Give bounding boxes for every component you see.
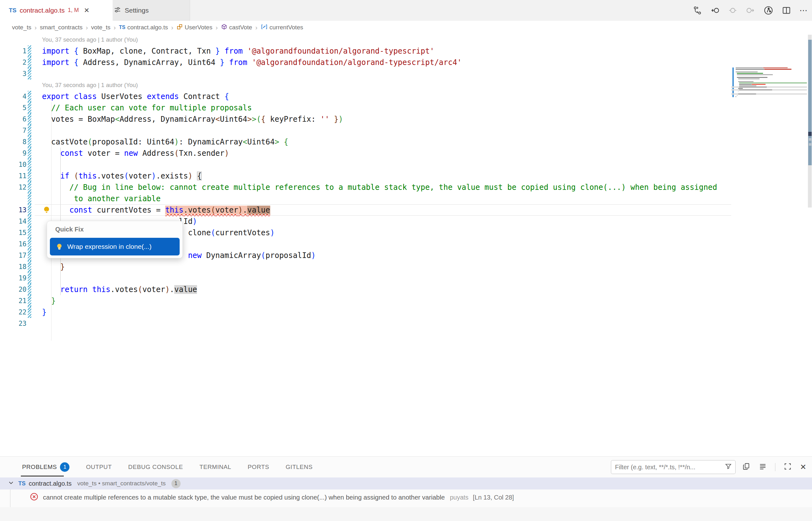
gutter-modified-indicator bbox=[28, 193, 31, 204]
funnel-filter-icon[interactable] bbox=[725, 463, 732, 472]
tab-problems[interactable]: PROBLEMS 1 bbox=[22, 462, 69, 472]
typescript-icon: TS bbox=[9, 7, 16, 14]
line-number: 9 bbox=[6, 148, 26, 159]
code-line[interactable]: 3 bbox=[0, 68, 731, 80]
breadcrumb-method[interactable]: castVote bbox=[221, 24, 252, 31]
problems-error-row[interactable]: cannot create multiple references to a m… bbox=[0, 490, 812, 505]
scrollbar-thumb[interactable] bbox=[808, 40, 812, 165]
tab-ports[interactable]: PORTS bbox=[248, 463, 269, 471]
line-number: 5 bbox=[6, 102, 26, 114]
filter-input[interactable] bbox=[611, 463, 725, 471]
copy-icon[interactable] bbox=[742, 462, 750, 472]
code-line[interactable]: 21 } bbox=[0, 295, 731, 307]
code-line[interactable]: 19 bbox=[0, 272, 731, 284]
gutter-modified-indicator bbox=[28, 114, 31, 125]
code-line[interactable]: 12 // Bug in line below: cannot create m… bbox=[0, 182, 731, 193]
code-line[interactable]: 4export class UserVotes extends Contract… bbox=[0, 91, 731, 102]
code-line[interactable]: 9 const voter = new Address(Txn.sender) bbox=[0, 148, 731, 159]
chevron-right-icon: › bbox=[255, 24, 258, 31]
tab-terminal[interactable]: TERMINAL bbox=[199, 463, 231, 471]
code-line[interactable]: 13 const currentVotes = this.votes(voter… bbox=[0, 204, 731, 216]
divider bbox=[775, 463, 775, 471]
code-line[interactable]: 10 bbox=[0, 159, 731, 170]
typescript-icon: TS bbox=[18, 480, 26, 487]
problems-count-badge: 1 bbox=[60, 462, 69, 472]
chevron-right-icon: › bbox=[86, 24, 88, 31]
code-line[interactable]: 8 castVote(proposalId: Uint64): DynamicA… bbox=[0, 136, 731, 148]
code-line[interactable]: 1import { BoxMap, clone, Contract, Txn }… bbox=[0, 45, 731, 57]
line-number: 15 bbox=[6, 227, 26, 239]
gutter-modified-indicator bbox=[28, 284, 31, 295]
code-line[interactable]: 22} bbox=[0, 307, 731, 318]
split-editor-icon[interactable] bbox=[782, 6, 791, 15]
code-line[interactable]: 7 bbox=[0, 125, 731, 136]
more-actions-icon[interactable]: ⋯ bbox=[799, 9, 808, 12]
breadcrumb-file[interactable]: TS contract.algo.ts bbox=[119, 24, 168, 31]
minimap-line bbox=[764, 69, 791, 69]
line-number: 11 bbox=[6, 170, 26, 182]
line-number: 22 bbox=[6, 307, 26, 318]
code-line[interactable]: 6 votes = BoxMap<Address, DynamicArray<U… bbox=[0, 114, 731, 125]
chevron-down-icon[interactable] bbox=[8, 480, 14, 487]
open-changes-icon[interactable] bbox=[693, 6, 702, 15]
breadcrumb-class[interactable]: UserVotes bbox=[176, 24, 212, 31]
line-number: 17 bbox=[6, 250, 26, 261]
line-number: 2 bbox=[6, 57, 26, 68]
line-number: 3 bbox=[6, 68, 26, 80]
lightbulb-icon[interactable] bbox=[42, 206, 51, 216]
tab-settings[interactable]: Settings bbox=[113, 0, 190, 21]
minimap-line bbox=[752, 84, 766, 85]
minimap-modified-bar bbox=[732, 67, 734, 97]
navigate-back-icon[interactable] bbox=[710, 6, 720, 15]
code-line[interactable]: 5 // Each user can vote for multiple pro… bbox=[0, 102, 731, 114]
code-line[interactable]: 2import { Address, DynamicArray, Uint64 … bbox=[0, 57, 731, 68]
breadcrumb-folder[interactable]: smart_contracts bbox=[40, 24, 82, 31]
breadcrumb: vote_ts › smart_contracts › vote_ts › TS… bbox=[0, 21, 812, 34]
gutter-modified-indicator bbox=[28, 45, 31, 57]
tab-output[interactable]: OUTPUT bbox=[86, 463, 112, 471]
minimap[interactable] bbox=[731, 34, 808, 129]
code-line[interactable]: to another variable bbox=[0, 193, 731, 204]
line-number: 19 bbox=[6, 272, 26, 284]
line-number: 23 bbox=[6, 318, 26, 329]
view-as-list-icon[interactable] bbox=[758, 462, 767, 472]
close-panel-icon[interactable]: ✕ bbox=[800, 463, 806, 472]
close-icon[interactable]: ✕ bbox=[84, 7, 90, 14]
breadcrumb-variable[interactable]: currentVotes bbox=[261, 23, 303, 32]
error-icon bbox=[30, 492, 39, 502]
code-line[interactable]: 23 bbox=[0, 318, 731, 329]
symbol-class-icon bbox=[176, 24, 183, 31]
line-number: 6 bbox=[6, 114, 26, 125]
quick-fix-action[interactable]: Wrap expression in clone(...) bbox=[50, 238, 180, 255]
code-line[interactable]: 20 return this.votes(voter).value bbox=[0, 284, 731, 295]
blame-annotation: You, 37 seconds ago | 1 author (You) bbox=[0, 34, 731, 45]
minimap-line bbox=[735, 72, 758, 72]
run-code-icon[interactable] bbox=[763, 5, 773, 16]
error-source: puyats bbox=[450, 494, 469, 501]
gutter-modified-indicator bbox=[28, 239, 31, 250]
code-editor[interactable]: You, 37 seconds ago | 1 author (You)1imp… bbox=[0, 34, 812, 456]
gutter-modified-indicator bbox=[28, 159, 31, 170]
minimap-line bbox=[739, 87, 767, 87]
minimap-line bbox=[738, 91, 739, 91]
tab-debug-console[interactable]: DEBUG CONSOLE bbox=[128, 463, 183, 471]
maximize-panel-icon[interactable] bbox=[784, 462, 792, 472]
chevron-right-icon: › bbox=[216, 24, 218, 31]
minimap-line bbox=[738, 88, 743, 89]
panel-tabs: PROBLEMS 1 OUTPUT DEBUG CONSOLE TERMINAL… bbox=[22, 457, 313, 477]
gutter-modified-indicator bbox=[28, 216, 31, 227]
breadcrumb-folder[interactable]: vote_ts bbox=[12, 24, 31, 31]
line-number: 18 bbox=[6, 261, 26, 272]
problems-file-row[interactable]: TS contract.algo.ts vote_ts • smart_cont… bbox=[0, 477, 812, 490]
code-line[interactable]: 18 } bbox=[0, 261, 731, 272]
code-line[interactable]: 11 if (this.votes(voter).exists) { bbox=[0, 170, 731, 182]
quick-fix-title: Quick Fix bbox=[55, 226, 183, 233]
minimap-line bbox=[763, 67, 788, 68]
breadcrumb-folder[interactable]: vote_ts bbox=[91, 24, 110, 31]
tab-gitlens[interactable]: GITLENS bbox=[286, 463, 313, 471]
tab-contract-algo-ts[interactable]: TS contract.algo.ts 1, M ✕ bbox=[0, 0, 113, 21]
gutter-modified-indicator bbox=[28, 148, 31, 159]
minimap-line bbox=[737, 73, 763, 73]
minimap-line bbox=[737, 74, 773, 75]
minimap-line bbox=[739, 84, 752, 85]
